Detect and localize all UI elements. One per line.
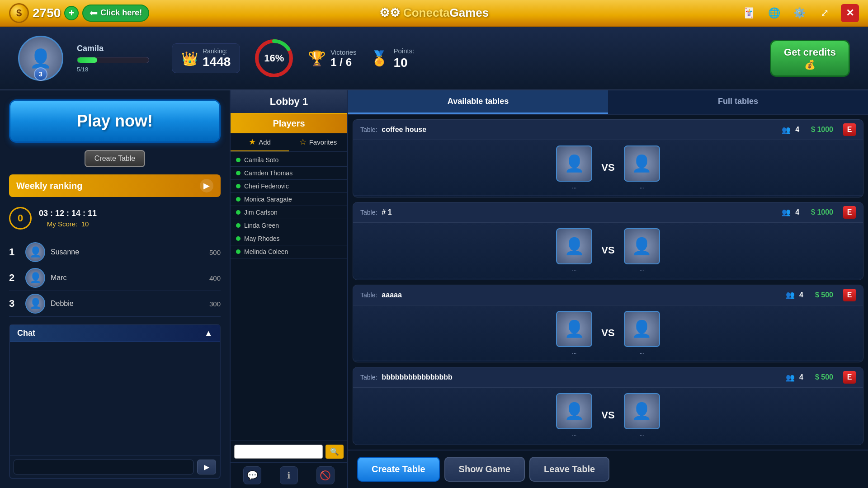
player-search-input[interactable]: [234, 445, 323, 459]
list-item[interactable]: Camila Soto: [231, 154, 347, 167]
player-thumbnail: 👤: [556, 393, 592, 429]
create-table-button-left[interactable]: Create Table: [85, 150, 145, 167]
logo-text: ⚙⚙ ConectaGames: [379, 6, 489, 20]
table-card[interactable]: Table: coffee house 👥 4 $ 1000 E 👤 ... V…: [353, 119, 863, 197]
get-credits-area: Get credits 💰: [770, 40, 850, 77]
players-list: Camila Soto Camden Thomas Cheri Federovi…: [231, 152, 347, 441]
create-table-main-button[interactable]: Create Table: [357, 457, 440, 482]
status-badge: [236, 210, 241, 215]
status-badge: [236, 197, 241, 202]
table-row: 2 👤 Marc 400: [9, 265, 221, 291]
player-card: 👤 ...: [624, 228, 660, 272]
table-icons: 🚫 ⏱30 ⚙️: [353, 443, 863, 445]
list-item[interactable]: Cheri Federovic: [231, 180, 347, 193]
player-thumbnail: 👤: [556, 145, 592, 182]
e-badge: E: [843, 289, 856, 301]
vs-label: VS: [601, 327, 614, 339]
player-thumb-name: ...: [572, 266, 576, 272]
weekly-ranking-label: Weekly ranking: [16, 181, 82, 191]
ranking-detail: 03 : 12 : 14 : 11 My Score: 10: [39, 209, 97, 228]
status-badge: [236, 158, 241, 162]
victories-value: 1 / 6: [330, 56, 356, 69]
weekly-ranking-bar[interactable]: Weekly ranking ▶: [9, 174, 221, 197]
ranking-label: Ranking:: [203, 47, 231, 55]
xp-bar: [77, 57, 149, 63]
table-row: 1 👤 Susanne 500: [9, 239, 221, 265]
timer: 03 : 12 : 14 : 11: [39, 209, 97, 218]
search-button[interactable]: 🔍: [326, 445, 344, 459]
player-thumbnail: 👤: [556, 311, 592, 347]
tab-full[interactable]: Full tables: [608, 90, 868, 114]
star-icon: ☆: [299, 137, 307, 147]
favorites-tab[interactable]: ☆ Favorites: [289, 133, 347, 151]
show-game-button[interactable]: Show Game: [444, 457, 525, 482]
victories-info: Victories 1 / 6: [330, 48, 356, 69]
leave-table-button[interactable]: Leave Table: [529, 457, 609, 482]
ranking-summary: 0 03 : 12 : 14 : 11 My Score: 10: [9, 204, 221, 232]
list-item[interactable]: Jim Carlson: [231, 206, 347, 219]
points-area: 🏅 Points: 10: [370, 47, 415, 70]
table-card[interactable]: Table: # 1 👥 4 $ 1000 E 👤 ... VS 👤 ...: [353, 202, 863, 280]
table-card[interactable]: Table: bbbbbbbbbbbbbbbb 👥 4 $ 500 E 👤 ..…: [353, 367, 863, 445]
block-action-button[interactable]: 🚫: [316, 466, 335, 484]
player-name: Camila: [77, 44, 149, 53]
left-panel: Play now! Create Table Weekly ranking ▶ …: [0, 90, 231, 488]
add-label: Add: [259, 138, 271, 146]
chat-send-button[interactable]: ▶: [197, 460, 216, 474]
player-thumb-name: ...: [640, 183, 644, 190]
list-item[interactable]: Monica Saragate: [231, 193, 347, 206]
play-now-button[interactable]: Play now!: [9, 99, 221, 143]
chat-messages: [10, 342, 220, 455]
language-icon[interactable]: 🌐: [765, 4, 783, 22]
players-icon: 👥: [786, 373, 795, 382]
tab-available[interactable]: Available tables: [348, 90, 608, 114]
settings-icon[interactable]: ⚙️: [790, 4, 808, 22]
click-here-button[interactable]: ⬅ Click here!: [82, 5, 149, 22]
avatar: 👤: [25, 242, 45, 262]
table-header: Table: # 1 👥 4 $ 1000 E: [353, 202, 863, 223]
star-icon: ★: [249, 137, 256, 147]
xp-text: 5/18: [77, 66, 149, 73]
info-action-button[interactable]: ℹ: [280, 466, 298, 484]
points-label: Points:: [394, 47, 415, 55]
players-icon: 👥: [782, 208, 791, 216]
xp-bar-fill: [77, 57, 97, 63]
chat-input-area: ▶: [10, 455, 220, 478]
player-card: 👤 ...: [556, 393, 592, 437]
players-title: Players: [231, 114, 347, 133]
favorites-label: Favorites: [309, 138, 337, 146]
avatar: 👤: [25, 268, 45, 288]
player-thumbnail: 👤: [624, 311, 660, 347]
list-item[interactable]: Melinda Coleen: [231, 245, 347, 258]
points-value: 10: [394, 56, 415, 70]
vs-label: VS: [601, 162, 614, 174]
level-badge: 3: [34, 67, 47, 81]
player-card: 👤 ...: [624, 393, 660, 437]
progress-circle: 16%: [254, 38, 294, 79]
get-credits-button[interactable]: Get credits 💰: [770, 40, 850, 77]
e-badge: E: [843, 371, 856, 384]
cards-icon[interactable]: 🃏: [740, 4, 758, 22]
list-item[interactable]: Camden Thomas: [231, 167, 347, 180]
add-coin-button[interactable]: +: [64, 6, 79, 20]
player-card: 👤 ...: [556, 311, 592, 355]
e-badge: E: [843, 206, 856, 219]
status-badge: [236, 171, 241, 175]
list-item[interactable]: May Rhodes: [231, 232, 347, 245]
table-header: Table: aaaaa 👥 4 $ 500 E: [353, 285, 863, 305]
table-icons: ⏱30 ⚙️: [353, 195, 863, 197]
chat-input[interactable]: [14, 460, 193, 474]
chat-action-button[interactable]: 💬: [243, 466, 261, 484]
add-tab[interactable]: ★ Add: [231, 133, 289, 151]
avatar: 👤: [25, 294, 45, 314]
chat-collapse-button[interactable]: ▲: [204, 328, 212, 338]
list-item[interactable]: Linda Green: [231, 219, 347, 232]
ranking-box: 👑 Ranking: 1448: [172, 43, 240, 73]
player-card: 👤 ...: [624, 145, 660, 190]
table-card[interactable]: Table: aaaaa 👥 4 $ 500 E 👤 ... VS 👤 ..: [353, 285, 863, 363]
fullscreen-icon[interactable]: ⤢: [816, 4, 834, 22]
crown-icon: 👑: [181, 51, 198, 66]
vs-label: VS: [601, 244, 614, 256]
close-button[interactable]: ✕: [841, 4, 859, 22]
vs-label: VS: [601, 409, 614, 421]
